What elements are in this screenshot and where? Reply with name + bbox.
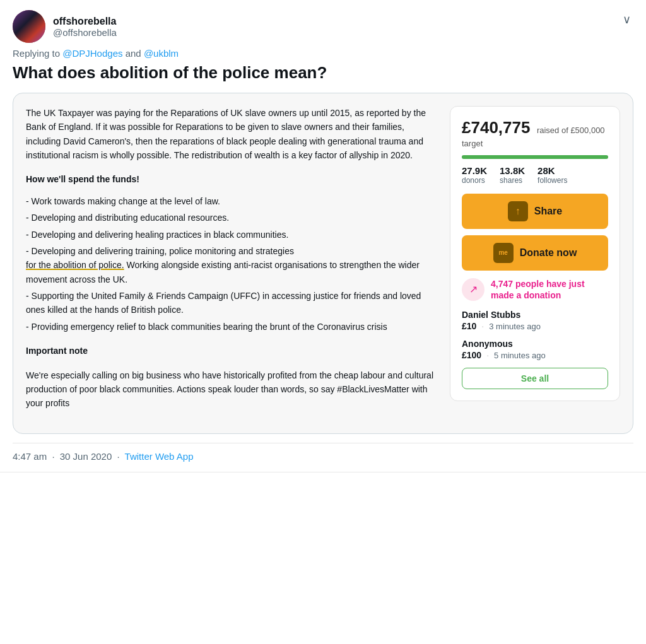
embedded-fundraiser-card: The UK Taxpayer was paying for the Repar…	[13, 93, 633, 434]
important-note-text: We're especially calling on big business…	[26, 368, 437, 411]
fundraiser-amount-row: £740,775 raised of £500,000 target	[462, 118, 608, 149]
stat-shares: 13.8K shares	[500, 165, 525, 185]
mention-ukblm[interactable]: @ukblm	[144, 48, 179, 59]
donor-1-amount: £10	[462, 321, 476, 331]
card-right-fundraiser: £740,775 raised of £500,000 target 27.9K…	[450, 106, 620, 421]
mention-dpjhodges[interactable]: @DPJHodges	[62, 48, 122, 59]
section-heading: How we'll spend the funds!	[26, 172, 437, 186]
progress-bar-fill	[462, 155, 608, 159]
reply-to: Replying to @DPJHodges and @ukblm	[13, 48, 633, 59]
tweet-card: offshorebella @offshorebella ∨ Replying …	[0, 0, 646, 472]
username[interactable]: @offshorebella	[53, 27, 117, 38]
donation-alert: ↗ 4,747 people have just made a donation	[462, 278, 608, 301]
progress-bar	[462, 155, 608, 159]
donate-icon: me	[493, 243, 514, 263]
tweet-footer: 4:47 am · 30 Jun 2020 · Twitter Web App	[13, 443, 633, 462]
user-info: offshorebella @offshorebella	[13, 10, 117, 43]
bullet-1: - Work towards making change at the leve…	[26, 194, 437, 208]
bullet-4: - Developing and delivering training, po…	[26, 244, 437, 286]
stat-followers: 28K followers	[537, 165, 567, 185]
fundraiser-amount: £740,775	[462, 118, 530, 137]
shares-label: shares	[500, 176, 525, 185]
see-all-button[interactable]: See all	[462, 368, 608, 389]
donor-2-name: Anonymous	[462, 339, 608, 349]
donor-1-time: 3 minutes ago	[489, 322, 541, 331]
donate-button[interactable]: me Donate now	[462, 235, 608, 271]
bullet-3: - Developing and delivering healing prac…	[26, 228, 437, 242]
donor-2-details: £100 · 5 minutes ago	[462, 350, 608, 360]
donor-1-name: Daniel Stubbs	[462, 310, 608, 320]
user-names: offshorebella @offshorebella	[53, 16, 117, 38]
donor-entry-1: Daniel Stubbs £10 · 3 minutes ago	[462, 310, 608, 331]
body-paragraph: The UK Taxpayer was paying for the Repar…	[26, 106, 437, 163]
stat-donors: 27.9K donors	[462, 165, 487, 185]
donor-2-amount: £100	[462, 350, 481, 360]
donate-label: Donate now	[520, 247, 577, 259]
followers-count: 28K	[537, 165, 567, 176]
bullet-list: - Work towards making change at the leve…	[26, 194, 437, 334]
tweet-title: What does abolition of the police mean?	[13, 62, 633, 84]
underlined-text: for the abolition of police.	[26, 260, 124, 270]
share-icon: ↑	[508, 201, 528, 221]
share-button[interactable]: ↑ Share	[462, 194, 608, 229]
shares-count: 13.8K	[500, 165, 525, 176]
donor-entry-2: Anonymous £100 · 5 minutes ago	[462, 339, 608, 360]
bullet-6: - Providing emergency relief to black co…	[26, 320, 437, 334]
stats-row: 27.9K donors 13.8K shares 28K followers	[462, 165, 608, 185]
donor-1-details: £10 · 3 minutes ago	[462, 321, 608, 331]
bullet-2: - Developing and distributing educationa…	[26, 211, 437, 225]
tweet-platform[interactable]: Twitter Web App	[125, 451, 194, 462]
donors-count: 27.9K	[462, 165, 487, 176]
donors-label: donors	[462, 176, 487, 185]
bullet-5: - Supporting the United Family & Friends…	[26, 289, 437, 317]
trend-icon: ↗	[462, 278, 484, 301]
followers-label: followers	[537, 176, 567, 185]
share-label: Share	[534, 206, 562, 217]
card-left-content: The UK Taxpayer was paying for the Repar…	[26, 106, 437, 421]
tweet-date: 30 Jun 2020	[60, 451, 112, 462]
fundraiser-box: £740,775 raised of £500,000 target 27.9K…	[450, 106, 620, 401]
tweet-time: 4:47 am	[13, 451, 47, 462]
donor-2-time: 5 minutes ago	[494, 351, 546, 360]
avatar[interactable]	[13, 10, 45, 43]
alert-text: 4,747 people have just made a donation	[491, 278, 608, 301]
display-name: offshorebella	[53, 16, 117, 27]
important-note-heading: Important note	[26, 344, 437, 358]
tweet-header: offshorebella @offshorebella ∨	[13, 10, 633, 43]
chevron-down-icon[interactable]: ∨	[620, 10, 633, 29]
